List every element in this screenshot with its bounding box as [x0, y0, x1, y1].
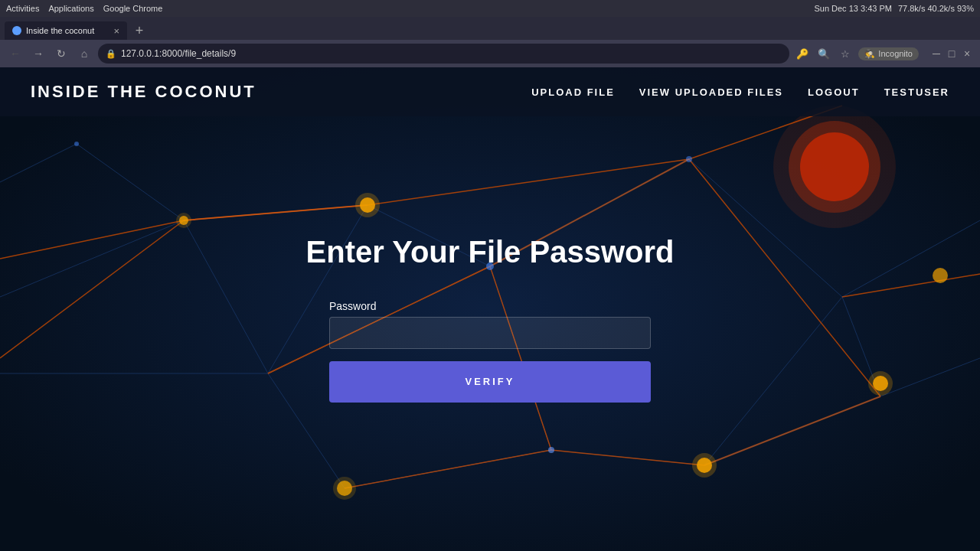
minimize-button[interactable]: ─	[929, 47, 943, 60]
chrome-label[interactable]: Google Chrome	[103, 4, 163, 13]
key-icon: 🔑	[794, 45, 811, 62]
new-tab-button[interactable]: +	[130, 21, 149, 40]
system-stats: 77.8k/s 40.2k/s 93%	[898, 4, 974, 13]
tab-favicon	[12, 26, 21, 35]
password-form: Password VERIFY	[329, 300, 651, 403]
password-label: Password	[329, 300, 651, 312]
home-button[interactable]: ⌂	[75, 44, 93, 63]
browser-chrome: Inside the coconut × + ← → ↻ ⌂ 🔒 127.0.0…	[0, 17, 980, 67]
active-tab[interactable]: Inside the coconut ×	[5, 21, 127, 40]
verify-button[interactable]: VERIFY	[329, 361, 651, 403]
tab-title: Inside the coconut	[26, 26, 94, 35]
window-controls: ─ □ ×	[929, 47, 974, 60]
browser-actions: 🔑 🔍 ☆ 🕵 Incognito	[794, 45, 919, 62]
site-logo: INSIDE THE COCONUT	[31, 82, 256, 102]
logout-link[interactable]: LOGOUT	[808, 86, 860, 98]
website: INSIDE THE COCONUT UPLOAD FILE VIEW UPLO…	[0, 67, 980, 551]
incognito-icon: 🕵	[864, 49, 875, 59]
username-label: TESTUSER	[884, 86, 949, 98]
upload-file-link[interactable]: UPLOAD FILE	[531, 86, 615, 98]
os-bar: Activities Applications Google Chrome Su…	[0, 0, 980, 17]
reload-button[interactable]: ↻	[52, 44, 70, 63]
view-files-link[interactable]: VIEW UPLOADED FILES	[639, 86, 783, 98]
forward-button[interactable]: →	[29, 44, 47, 63]
os-bar-right: Sun Dec 13 3:43 PM 77.8k/s 40.2k/s 93%	[814, 4, 974, 13]
bookmark-icon[interactable]: ☆	[837, 45, 854, 62]
applications-label[interactable]: Applications	[48, 4, 93, 13]
site-main: Enter Your File Password Password VERIFY	[0, 116, 980, 551]
tab-bar: Inside the coconut × +	[0, 17, 980, 40]
address-text: 127.0.0.1:8000/file_details/9	[121, 48, 782, 59]
back-button[interactable]: ←	[6, 44, 24, 63]
incognito-badge: 🕵 Incognito	[858, 47, 919, 60]
address-bar[interactable]: 🔒 127.0.0.1:8000/file_details/9	[98, 44, 789, 64]
browser-toolbar: ← → ↻ ⌂ 🔒 127.0.0.1:8000/file_details/9 …	[0, 40, 980, 67]
site-nav: INSIDE THE COCONUT UPLOAD FILE VIEW UPLO…	[0, 67, 980, 116]
tab-close-button[interactable]: ×	[113, 25, 119, 37]
datetime-label: Sun Dec 13 3:43 PM	[814, 4, 892, 13]
search-icon[interactable]: 🔍	[815, 45, 832, 62]
password-input[interactable]	[329, 317, 651, 349]
maximize-button[interactable]: □	[945, 47, 959, 60]
incognito-label: Incognito	[878, 49, 913, 58]
os-bar-left: Activities Applications Google Chrome	[6, 4, 162, 13]
nav-links: UPLOAD FILE VIEW UPLOADED FILES LOGOUT T…	[531, 86, 949, 98]
lock-icon: 🔒	[106, 49, 116, 59]
activities-label[interactable]: Activities	[6, 4, 39, 13]
page-heading: Enter Your File Password	[306, 235, 675, 269]
close-window-button[interactable]: ×	[960, 47, 974, 60]
